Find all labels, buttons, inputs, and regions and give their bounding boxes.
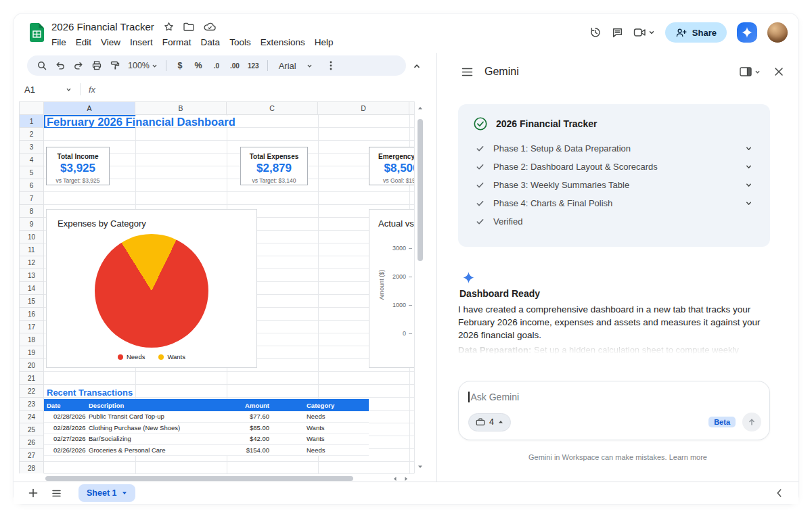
row-header-21[interactable]: 21	[20, 372, 43, 385]
all-sheets-icon[interactable]	[47, 484, 65, 502]
bar-chart-actual-vs[interactable]: Actual vs Amount ($) 3000 2000 1000 0	[369, 209, 414, 368]
row-header-6[interactable]: 6	[20, 179, 43, 192]
menu-edit[interactable]: Edit	[71, 36, 96, 49]
cloud-saved-icon[interactable]	[204, 22, 216, 31]
scroll-left-icon[interactable]	[392, 476, 398, 482]
paint-format-button[interactable]	[107, 57, 123, 74]
row-header-25[interactable]: 25	[20, 423, 43, 436]
scorecard-emergency-fund[interactable]: Emergency Fu $8,500 vs Goal: $15,0	[369, 147, 414, 185]
more-options-icon[interactable]	[323, 57, 339, 74]
format-currency-button[interactable]: $	[172, 57, 188, 74]
menu-file[interactable]: File	[47, 36, 71, 49]
table-row[interactable]: 02/26/2026 Groceries & Personal Care $15…	[44, 445, 369, 457]
row-header-24[interactable]: 24	[20, 411, 43, 423]
row-header-16[interactable]: 16	[20, 308, 43, 321]
chevron-down-icon[interactable]	[745, 163, 752, 170]
row-header-17[interactable]: 17	[20, 321, 43, 333]
gemini-button[interactable]	[737, 22, 757, 43]
row-header-5[interactable]: 5	[20, 166, 43, 179]
task-step-phase1[interactable]: Phase 1: Setup & Data Preparation	[473, 139, 755, 158]
panel-position-button[interactable]	[740, 67, 761, 76]
row-header-3[interactable]: 3	[20, 141, 43, 154]
dashboard-title-cell[interactable]: February 2026 Financial Dashboard	[47, 116, 241, 127]
task-step-verified[interactable]: Verified	[473, 212, 755, 231]
menu-help[interactable]: Help	[310, 36, 338, 49]
meet-button[interactable]	[633, 28, 655, 37]
task-step-phase3[interactable]: Phase 3: Weekly Summaries Table	[473, 176, 755, 194]
print-button[interactable]	[89, 57, 105, 74]
move-folder-icon[interactable]	[183, 22, 194, 31]
sheets-logo-icon[interactable]	[30, 23, 44, 42]
number-format-button[interactable]: 123	[245, 57, 262, 74]
row-header-19[interactable]: 19	[20, 346, 43, 359]
font-select[interactable]: Arial	[276, 57, 315, 74]
scorecard-total-expenses[interactable]: Total Expenses $2,879 vs Target: $3,140	[240, 147, 308, 185]
undo-button[interactable]	[52, 57, 68, 74]
tools-chip[interactable]: 4	[468, 413, 511, 431]
add-sheet-button[interactable]	[24, 484, 42, 502]
ask-gemini-input[interactable]: Ask Gemini 4 Beta	[458, 381, 770, 440]
redo-button[interactable]	[70, 57, 87, 74]
row-header-12[interactable]: 12	[20, 256, 43, 269]
transactions-table[interactable]: Date Description Amount Category 02/28/2…	[44, 399, 369, 456]
hamburger-menu-icon[interactable]	[461, 68, 473, 76]
star-icon[interactable]	[164, 22, 174, 32]
row-header-20[interactable]: 20	[20, 359, 43, 372]
column-header-b[interactable]: B	[135, 102, 227, 114]
scroll-up-icon[interactable]	[418, 106, 423, 111]
cell-reference-box[interactable]: A1	[24, 85, 72, 95]
column-header-d[interactable]: D	[318, 102, 409, 114]
comments-icon[interactable]	[612, 27, 623, 39]
row-header-11[interactable]: 11	[20, 243, 43, 256]
task-step-phase2[interactable]: Phase 2: Dashboard Layout & Scorecards	[473, 158, 755, 176]
row-header-23[interactable]: 23	[20, 398, 43, 411]
scroll-down-icon[interactable]	[418, 464, 423, 469]
format-percent-button[interactable]: %	[190, 57, 206, 74]
select-all-corner[interactable]	[19, 101, 44, 115]
row-header-9[interactable]: 9	[20, 218, 43, 231]
column-header-c[interactable]: C	[227, 102, 318, 114]
zoom-select[interactable]: 100%	[125, 57, 160, 74]
menu-tools[interactable]: Tools	[225, 36, 256, 49]
row-header-22[interactable]: 22	[20, 385, 43, 398]
account-avatar[interactable]	[767, 22, 788, 43]
row-header-27[interactable]: 27	[20, 449, 43, 462]
chevron-down-icon[interactable]	[745, 145, 752, 152]
menu-format[interactable]: Format	[158, 36, 196, 49]
row-header-7[interactable]: 7	[20, 192, 43, 205]
collapse-panel-icon[interactable]	[770, 484, 788, 502]
column-header-a[interactable]: A	[44, 102, 135, 114]
row-header-14[interactable]: 14	[20, 282, 43, 295]
row-header-28[interactable]: 28	[20, 462, 43, 473]
row-header-13[interactable]: 13	[20, 269, 43, 282]
table-row[interactable]: 02/28/2026 Public Transit Card Top-up $7…	[44, 411, 369, 423]
task-step-phase4[interactable]: Phase 4: Charts & Final Polish	[473, 194, 755, 212]
row-header-1[interactable]: 1	[20, 115, 43, 128]
menu-view[interactable]: View	[96, 36, 125, 49]
collapse-toolbar-button[interactable]	[410, 60, 424, 73]
version-history-icon[interactable]	[589, 26, 602, 39]
chevron-down-icon[interactable]	[745, 200, 752, 207]
decrease-decimal-button[interactable]: .0	[208, 57, 225, 74]
menu-data[interactable]: Data	[196, 36, 225, 49]
horizontal-scroll-thumb[interactable]	[45, 476, 353, 481]
scroll-right-icon[interactable]	[403, 476, 409, 482]
close-icon[interactable]	[774, 67, 784, 76]
vertical-scrollbar[interactable]	[414, 101, 425, 473]
table-row[interactable]: 02/28/2026 Clothing Purchase (New Shoes)…	[44, 423, 369, 434]
row-header-8[interactable]: 8	[20, 205, 43, 218]
scorecard-total-income[interactable]: Total Income $3,925 vs Target: $3,925	[46, 147, 110, 185]
search-icon[interactable]	[34, 57, 50, 74]
sheet-grid[interactable]: February 2026 Financial Dashboard Total …	[44, 115, 414, 473]
vertical-scroll-thumb[interactable]	[418, 119, 423, 261]
menu-insert[interactable]: Insert	[125, 36, 158, 49]
row-header-2[interactable]: 2	[20, 128, 43, 141]
document-title[interactable]: 2026 Financial Tracker	[51, 21, 154, 32]
row-header-4[interactable]: 4	[20, 154, 43, 166]
table-row[interactable]: 02/27/2026 Bar/Socializing $42.00 Wants	[44, 434, 369, 445]
sheet-tab-sheet1[interactable]: Sheet 1	[78, 484, 135, 502]
menu-extensions[interactable]: Extensions	[256, 36, 310, 49]
row-header-26[interactable]: 26	[20, 436, 43, 449]
pie-chart-expenses-by-category[interactable]: Expenses by Category Needs Wants	[46, 209, 257, 368]
increase-decimal-button[interactable]: .00	[227, 57, 243, 74]
